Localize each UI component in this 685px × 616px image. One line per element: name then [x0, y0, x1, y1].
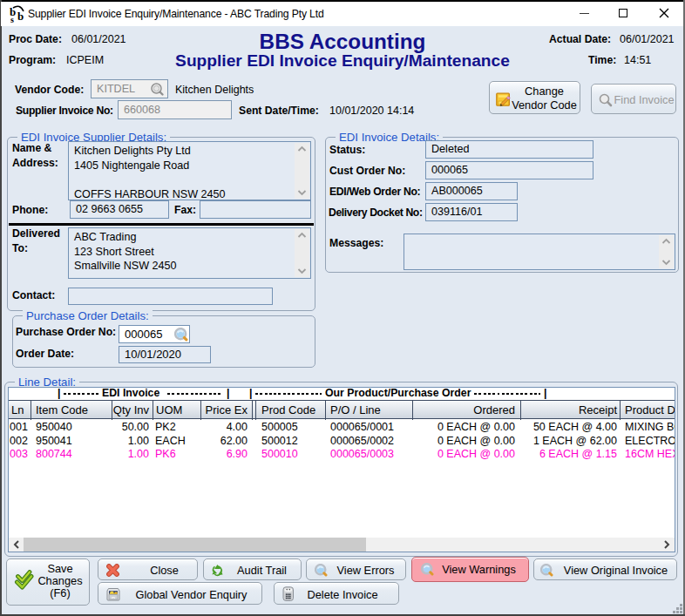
svg-text:b: b: [17, 10, 24, 23]
svg-text:s: s: [10, 15, 14, 24]
